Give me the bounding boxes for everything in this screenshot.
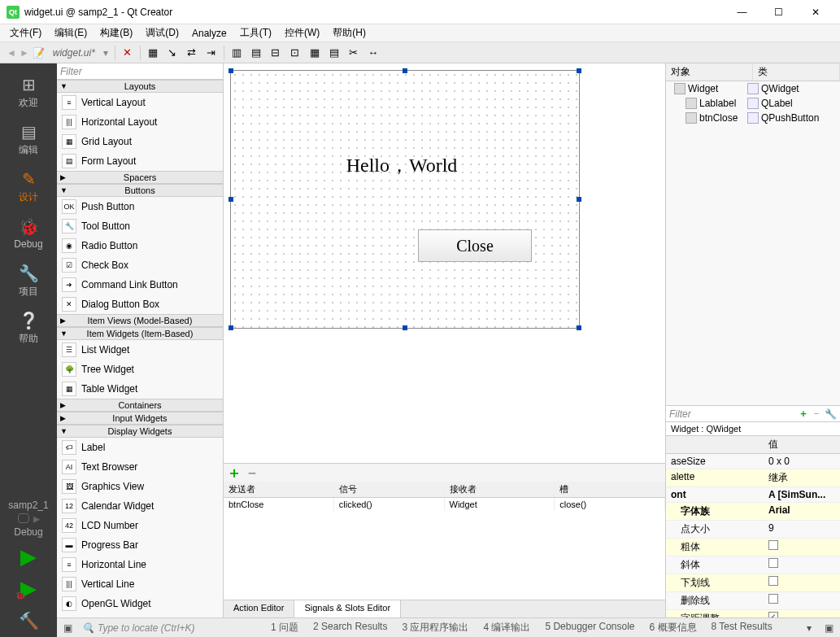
property-row[interactable]: 点大小9 [666,521,840,539]
widget-item[interactable]: |||Horizontal Layout [57,112,223,132]
col-receiver[interactable]: 接收者 [445,482,555,497]
checkbox[interactable] [768,612,778,617]
widget-item[interactable]: 🖼Graphics View [57,477,223,496]
widget-item[interactable]: ≡Horizontal Line [57,555,223,574]
widget-item[interactable]: ☑Check Box [57,255,223,275]
remove-connection-icon[interactable]: － [245,463,259,482]
output-tests[interactable]: 8 Test Results [708,619,776,636]
adjust-size-icon[interactable]: ↔ [364,44,382,62]
resize-handle[interactable] [228,197,233,202]
add-connection-icon[interactable]: ＋ [227,463,242,482]
form-label[interactable]: Hello，World [280,152,524,178]
widget-group-header[interactable]: ▶Input Widgets [57,412,223,425]
resize-handle[interactable] [228,68,233,73]
widget-item[interactable]: ▤Form Layout [57,151,223,171]
tab-signals-slots[interactable]: Signals & Slots Editor [294,600,401,617]
widget-item[interactable]: ✕Dialog Button Box [57,295,223,314]
close-file-icon[interactable]: ✕ [119,44,137,62]
layout-v-icon[interactable]: ▤ [247,44,265,62]
widget-group-header[interactable]: ▼Layouts [57,80,223,93]
menu-analyze[interactable]: Analyze [185,26,233,41]
property-row[interactable]: 粗体 [666,539,840,556]
output-search[interactable]: 2 Search Results [310,619,390,636]
layout-hs-icon[interactable]: ⊟ [267,44,285,62]
output-compile[interactable]: 4 编译输出 [480,619,533,636]
menu-debug[interactable]: 调试(D) [139,24,185,41]
widget-item[interactable]: ➜Command Link Button [57,275,223,295]
locator-input[interactable]: Type to locate (Ctrl+K) [98,622,194,634]
property-row[interactable]: 下划线 [666,574,840,592]
widget-group-header[interactable]: ▶Spacers [57,171,223,184]
col-sender[interactable]: 发送者 [224,482,334,497]
run-button[interactable]: ▶ [20,541,37,573]
widget-group-header[interactable]: ▼Display Widgets [57,425,223,438]
output-issues[interactable]: 1 问题 [268,619,302,636]
col-signal[interactable]: 信号 [334,482,445,497]
mode-edit[interactable]: ▤编辑 [0,116,57,163]
widget-item[interactable]: ◉Radio Button [57,236,223,255]
widget-item[interactable]: ◐OpenGL Widget [57,594,223,613]
close-output-icon[interactable]: ▾ [803,621,815,635]
menu-tools[interactable]: 工具(T) [233,24,278,41]
property-row[interactable]: 字距调整 [666,610,840,617]
output-debugger[interactable]: 5 Debugger Console [542,619,638,636]
settings-icon[interactable]: 🔧 [825,408,837,420]
resize-handle[interactable] [577,68,581,73]
layout-grid-icon[interactable]: ▦ [306,44,324,62]
menu-build[interactable]: 构建(B) [94,24,139,41]
widget-item[interactable]: |||Vertical Line [57,574,223,594]
maximize-button[interactable]: ☐ [760,0,797,24]
widget-group-header[interactable]: ▼Buttons [57,184,223,197]
layout-vs-icon[interactable]: ⊡ [286,44,304,62]
property-row[interactable]: 删除线 [666,592,840,610]
oi-col-object[interactable]: 对象 [666,63,753,81]
checkbox[interactable] [768,540,778,550]
file-selector[interactable]: ◄ ► 📝 widget.ui* ▾ [3,47,111,59]
close-button[interactable]: ✕ [797,0,833,24]
menu-help[interactable]: 帮助(H) [326,24,372,41]
minimize-button[interactable]: — [724,0,760,24]
resize-handle[interactable] [403,68,407,73]
edit-signals-icon[interactable]: ↘ [163,44,181,62]
widget-group-header[interactable]: ▶Containers [57,399,223,412]
widgetbox-filter[interactable]: Filter [57,63,223,80]
layout-h-icon[interactable]: ▥ [228,44,246,62]
remove-property-icon[interactable]: － [812,407,821,421]
form-widget[interactable]: Hello，World Close [230,70,580,329]
menu-widgets[interactable]: 控件(W) [278,24,326,41]
menu-edit[interactable]: 编辑(E) [48,24,94,41]
widget-item[interactable]: 🏷Label [57,438,223,457]
widget-item[interactable]: ▦Grid Layout [57,132,223,151]
widget-item[interactable]: ☰List Widget [57,340,223,360]
property-filter[interactable]: Filter [669,408,795,420]
output-summary[interactable]: 6 概要信息 [646,619,700,636]
break-layout-icon[interactable]: ✂ [345,44,363,62]
debug-run-button[interactable]: ▶🐞 [20,573,37,604]
mode-projects[interactable]: 🔧项目 [0,257,57,304]
widget-item[interactable]: ▬Progress Bar [57,535,223,555]
resize-handle[interactable] [228,325,233,330]
build-button[interactable]: 🔨 [19,604,39,637]
form-canvas[interactable]: Hello，World Close [224,63,665,463]
toggle-right-pane-icon[interactable]: ▣ [821,621,837,635]
property-row[interactable]: ontA [SimSun... [666,487,840,503]
resize-handle[interactable] [577,325,581,330]
oi-col-class[interactable]: 类 [753,63,840,81]
tab-action-editor[interactable]: Action Editor [224,600,294,617]
kit-selector[interactable]: samp2_1 🖵 ▸ Debug [5,496,51,541]
widget-item[interactable]: OKPush Button [57,197,223,216]
widget-item[interactable]: 🌳Tree Widget [57,360,223,379]
col-slot[interactable]: 槽 [555,482,665,497]
object-row[interactable]: btnCloseQPushButton [666,111,840,125]
mode-debug[interactable]: 🐞Debug [0,210,57,257]
resize-handle[interactable] [403,325,407,330]
menu-file[interactable]: 文件(F) [3,24,48,41]
checkbox[interactable] [768,576,778,586]
property-row[interactable]: alette继承 [666,469,840,487]
resize-handle[interactable] [577,197,581,202]
widget-group-header[interactable]: ▶Item Views (Model-Based) [57,314,223,327]
connection-row[interactable]: btnClose clicked() Widget close() [224,498,665,511]
property-row[interactable]: 字体族Arial [666,503,840,521]
output-app[interactable]: 3 应用程序输出 [398,619,472,636]
widget-item[interactable]: 12Calendar Widget [57,496,223,516]
